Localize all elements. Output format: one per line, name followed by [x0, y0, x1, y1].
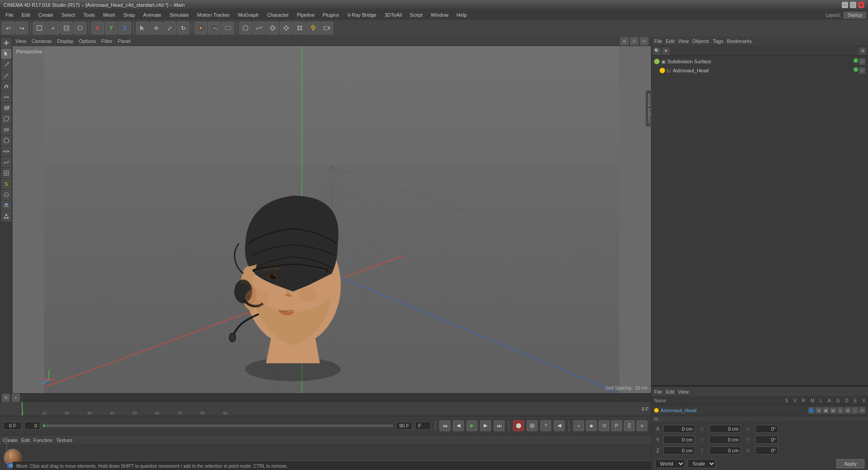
x-axis-button[interactable]: X	[91, 22, 104, 34]
menu-motion-tracker[interactable]: Motion Tracker	[193, 11, 234, 19]
menu-character[interactable]: Character	[263, 11, 292, 19]
tool-bridge[interactable]	[1, 92, 11, 102]
obj-acheck-2[interactable]: ✓	[859, 67, 865, 74]
end-frame-input[interactable]: 90 F	[396, 422, 412, 430]
close-button[interactable]: ✕	[858, 2, 864, 8]
sphere-tool[interactable]	[74, 22, 86, 34]
right-sidebar-toggle[interactable]: Configure Browser	[646, 90, 652, 127]
attr-icon-4[interactable]: ▤	[830, 407, 836, 414]
menu-help[interactable]: Help	[453, 11, 471, 19]
tool-sculpt[interactable]	[1, 190, 11, 200]
transport-extra-6[interactable]: ≡	[637, 420, 647, 431]
move-tool[interactable]: ✛	[150, 22, 162, 34]
transport-extra-1[interactable]: +	[573, 420, 584, 431]
coord-z-input[interactable]	[663, 446, 695, 455]
tool-subdivide[interactable]	[1, 168, 11, 178]
step-forward-button[interactable]: ▶	[480, 420, 491, 431]
goto-end-button[interactable]: ⏭	[494, 420, 505, 431]
viewport-menu-panel[interactable]: Panel	[118, 38, 131, 44]
obj-row-subdivision[interactable]: ▣ Subdivision Surface ✓	[652, 57, 867, 66]
viewport-menu-view[interactable]: View	[15, 38, 26, 44]
mat-menu-texture[interactable]: Texture	[56, 437, 72, 443]
record-special[interactable]: ?	[540, 420, 551, 431]
obj2-menu-edit[interactable]: Edit	[666, 389, 675, 395]
spline-tool[interactable]	[253, 22, 265, 34]
transport-extra-3[interactable]: ⊙	[599, 420, 609, 431]
timeline-icon-1[interactable]: ⚙	[2, 394, 10, 402]
menu-animate[interactable]: Animate	[140, 11, 165, 19]
menu-3dtoall[interactable]: 3DToAll	[381, 11, 406, 19]
obj-check-1[interactable]	[854, 58, 858, 63]
viewport-menu-display[interactable]: Display	[57, 38, 73, 44]
add-tool[interactable]: +	[47, 22, 59, 34]
coord-y2-input[interactable]	[709, 436, 741, 444]
mat-menu-function[interactable]: Function	[33, 437, 52, 443]
menu-simulate[interactable]: Simulate	[166, 11, 193, 19]
obj2-menu-view[interactable]: View	[678, 389, 689, 395]
coord-y-input[interactable]	[663, 436, 695, 444]
coord-h-input[interactable]	[755, 425, 778, 433]
obj-check-2[interactable]: ✓	[859, 58, 865, 65]
tool-texture[interactable]: S	[1, 179, 11, 189]
light-tool[interactable]	[307, 22, 320, 34]
z-axis-button[interactable]: Z	[118, 22, 131, 34]
timeline-ruler[interactable]: 0 10 20 30 40 50 60 70 80 90 0 F	[0, 402, 651, 416]
fps-display[interactable]: F	[415, 422, 431, 430]
frame-input[interactable]: 0	[24, 422, 40, 430]
obj-acheck-1[interactable]	[854, 67, 858, 72]
obj-toolbar-options[interactable]: ⚙	[859, 47, 866, 55]
render-button[interactable]	[194, 22, 207, 34]
render-settings[interactable]	[208, 22, 221, 34]
attr-icon-7[interactable]: ↓	[852, 407, 858, 414]
attr-icon-8[interactable]: ✕	[859, 407, 865, 414]
main-viewport[interactable]: View Cameras Display Options Filter Pane…	[13, 36, 651, 393]
menu-pipeline[interactable]: Pipeline	[293, 11, 318, 19]
goto-start-button[interactable]: ⏮	[439, 420, 450, 431]
scale-tool[interactable]: ⤢	[163, 22, 176, 34]
tool-polygon[interactable]	[1, 136, 11, 146]
coord-p-input[interactable]	[755, 436, 778, 444]
frame-slider[interactable]	[43, 424, 393, 427]
cylinder-tool[interactable]	[60, 22, 73, 34]
coord-z2-input[interactable]	[709, 446, 741, 455]
world-mode-select[interactable]: World Object	[655, 459, 685, 468]
camera-tool[interactable]	[321, 22, 333, 34]
menu-vray[interactable]: V-Ray Bridge	[344, 11, 380, 19]
attr-icon-3[interactable]: ▣	[823, 407, 829, 414]
layout-selector[interactable]: Startup	[844, 12, 866, 19]
undo-button[interactable]: ↩	[2, 22, 14, 34]
menu-create[interactable]: Create	[35, 11, 57, 19]
tool-paint[interactable]	[1, 60, 11, 70]
coord-x2-input[interactable]	[709, 425, 741, 433]
menu-mesh[interactable]: Mesh	[99, 11, 119, 19]
viewport-ctrl-3[interactable]: ⊟	[640, 37, 648, 45]
tool-bevel[interactable]	[1, 114, 11, 124]
render-region[interactable]	[222, 22, 234, 34]
nurbs-tool[interactable]	[266, 22, 279, 34]
obj-menu-bookmarks[interactable]: Bookmarks	[727, 38, 752, 44]
current-frame-display[interactable]: 0 F	[4, 422, 22, 430]
tool-select[interactable]	[1, 49, 11, 59]
tool-weight[interactable]	[1, 201, 11, 211]
coord-x-input[interactable]	[663, 425, 695, 433]
attr-row-astronaut[interactable]: Astronaut_Head 🔵 ⊡ ▣ ▤ Σ ⊞ ↓ ✕	[652, 406, 867, 415]
menu-edit[interactable]: Edit	[18, 11, 34, 19]
tool-spline[interactable]	[1, 157, 11, 167]
transport-extra-5[interactable]: ⣿	[624, 420, 635, 431]
tool-extrude[interactable]	[1, 103, 11, 113]
menu-plugins[interactable]: Plugins	[319, 11, 343, 19]
select-tool[interactable]	[136, 22, 149, 34]
tool-magnet[interactable]	[1, 81, 11, 91]
minimize-button[interactable]: –	[842, 2, 848, 8]
obj-menu-objects[interactable]: Objects	[692, 38, 709, 44]
attr-icon-6[interactable]: ⊞	[844, 407, 851, 414]
scale-mode-select[interactable]: Scale Size	[688, 459, 716, 468]
menu-tools[interactable]: Tools	[80, 11, 99, 19]
cube-tool[interactable]	[33, 22, 46, 34]
coord-b-input[interactable]	[755, 446, 778, 455]
transport-extra-2[interactable]: ■	[586, 420, 597, 431]
apply-button[interactable]: Apply	[836, 459, 864, 468]
polygon-tool[interactable]	[239, 22, 252, 34]
viewport-menu-options[interactable]: Options	[79, 38, 96, 44]
tool-move[interactable]	[1, 38, 11, 48]
